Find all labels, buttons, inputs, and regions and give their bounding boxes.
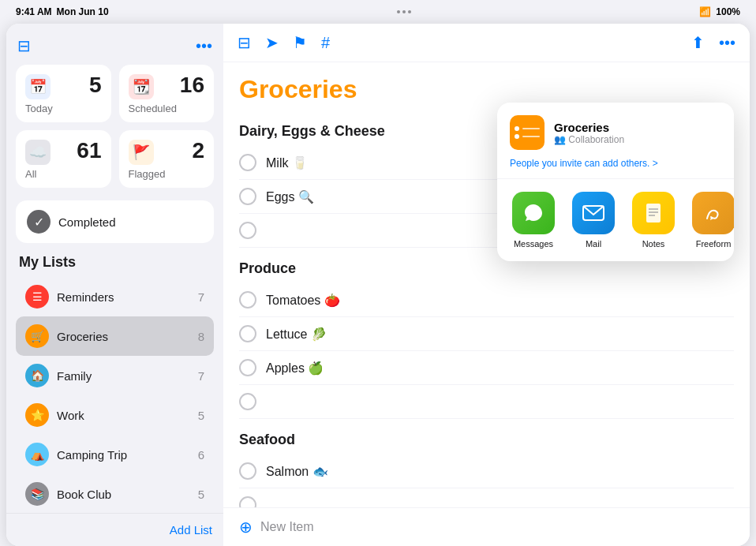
tomatoes-checkbox[interactable] (239, 291, 256, 309)
notes-label: Notes (642, 239, 665, 249)
share-icon[interactable]: ⬆ (691, 33, 705, 52)
tomatoes-text: Tomatoes 🍅 (266, 293, 340, 308)
main-toolbar: ⊟ ➤ ⚑ # ⬆ ••• (223, 24, 750, 62)
flagged-icon: 🚩 (129, 140, 154, 165)
list-item-family[interactable]: 🏠 Family 7 (16, 356, 214, 395)
groceries-count: 8 (198, 330, 204, 343)
bookclub-name: Book Club (57, 488, 190, 501)
reminders-icon: ☰ (25, 285, 49, 309)
scheduled-label: Scheduled (129, 103, 205, 114)
all-count: 61 (77, 140, 101, 162)
top-dots (397, 10, 411, 13)
smart-list-flagged[interactable]: 🚩 2 Flagged (119, 130, 215, 188)
status-bar: 9:41 AM Mon Jun 10 📶 100% (0, 0, 756, 24)
list-item-camping[interactable]: ⛺ Camping Trip 6 (16, 435, 214, 474)
dairy-empty-circle (239, 222, 256, 239)
sharing-popup: Groceries 👥 Collaboration People you inv… (497, 103, 734, 261)
sidebar-icon[interactable]: ⊟ (238, 33, 251, 52)
reminder-salmon: Salmon 🐟 (239, 454, 734, 488)
toolbar-left: ⊟ ➤ ⚑ # (238, 33, 330, 52)
sharing-header: Groceries 👥 Collaboration (497, 103, 734, 158)
smart-lists: 📅 5 Today 📆 16 Scheduled ☁️ 61 All (6, 65, 223, 200)
status-bar-right: 📶 100% (699, 6, 740, 17)
eggs-text: Eggs 🔍 (266, 189, 314, 204)
smart-list-scheduled[interactable]: 📆 16 Scheduled (119, 65, 215, 122)
notes-icon (632, 192, 675, 234)
list-item-work[interactable]: ⭐ Work 5 (16, 395, 214, 435)
share-mail[interactable]: Mail (570, 192, 617, 249)
all-label: All (25, 168, 102, 180)
list-item-reminders[interactable]: ☰ Reminders 7 (16, 277, 214, 316)
family-icon: 🏠 (25, 364, 49, 387)
salmon-checkbox[interactable] (239, 462, 256, 480)
freeform-label: Freeform (696, 239, 732, 249)
section-seafood: Seafood (239, 419, 734, 454)
today-label: Today (25, 103, 102, 114)
seafood-empty-circle (239, 496, 256, 507)
work-count: 5 (198, 409, 204, 422)
location-icon[interactable]: ➤ (265, 33, 279, 52)
messages-label: Messages (514, 239, 553, 249)
work-name: Work (57, 409, 190, 422)
salmon-text: Salmon 🐟 (266, 464, 328, 479)
flagged-label: Flagged (129, 168, 205, 180)
list-item-groceries[interactable]: 🛒 Groceries 8 (16, 316, 214, 356)
new-item-placeholder: New Item (260, 520, 314, 534)
flag-icon[interactable]: ⚑ (293, 33, 307, 52)
milk-checkbox[interactable] (239, 154, 256, 171)
completed-section: ✓ Completed (6, 200, 223, 254)
reminder-apples: Apples 🍏 (239, 351, 734, 385)
reminders-name: Reminders (57, 290, 190, 304)
wifi-icon: 📶 (699, 6, 711, 17)
reminder-produce-empty (239, 385, 734, 419)
completed-card[interactable]: ✓ Completed (16, 200, 214, 243)
battery-level: 100% (716, 6, 740, 17)
share-notes[interactable]: Notes (630, 192, 677, 249)
my-lists-title: My Lists (16, 254, 214, 271)
mail-label: Mail (586, 239, 601, 249)
today-count: 5 (89, 74, 102, 96)
smart-list-today[interactable]: 📅 5 Today (16, 65, 111, 122)
apples-text: Apples 🍏 (266, 361, 324, 376)
share-messages[interactable]: Messages (510, 192, 557, 249)
produce-empty-circle (239, 393, 256, 410)
flagged-count: 2 (192, 140, 204, 162)
groceries-name: Groceries (57, 330, 190, 343)
add-list-button[interactable]: Add List (6, 513, 223, 546)
new-item-row[interactable]: ⊕ New Item (223, 507, 750, 546)
tag-icon[interactable]: # (321, 34, 330, 52)
sidebar-header: ⊟ ••• (6, 33, 223, 65)
all-icon: ☁️ (25, 140, 51, 165)
family-name: Family (57, 369, 190, 383)
svg-rect-1 (646, 204, 661, 223)
sidebar-toggle-icon[interactable]: ⊟ (17, 36, 31, 55)
sharing-note[interactable]: People you invite can add others. > (497, 158, 734, 179)
family-count: 7 (198, 369, 204, 383)
reminder-seafood-empty (239, 488, 734, 507)
lettuce-checkbox[interactable] (239, 325, 256, 342)
sharing-apps: Messages Mail Notes (497, 179, 734, 261)
apples-checkbox[interactable] (239, 359, 256, 376)
messages-icon (512, 192, 555, 234)
groceries-icon: 🛒 (25, 324, 49, 348)
sidebar-more-icon[interactable]: ••• (196, 37, 212, 55)
share-freeform[interactable]: Freeform (690, 192, 734, 249)
eggs-checkbox[interactable] (239, 188, 256, 205)
status-time: 9:41 AM (16, 6, 52, 17)
freeform-icon (692, 192, 734, 234)
reminder-lettuce: Lettuce 🥬 (239, 317, 734, 351)
sharing-list-thumbnail (510, 115, 545, 150)
status-bar-left: 9:41 AM Mon Jun 10 (16, 6, 109, 17)
reminders-count: 7 (198, 290, 204, 304)
camping-count: 6 (198, 448, 204, 462)
more-icon[interactable]: ••• (719, 34, 735, 52)
scheduled-icon: 📆 (129, 74, 154, 99)
smart-list-all[interactable]: ☁️ 61 All (16, 130, 111, 188)
work-icon: ⭐ (25, 403, 49, 427)
camping-icon: ⛺ (25, 443, 49, 466)
list-item-bookclub[interactable]: 📚 Book Club 5 (16, 474, 214, 507)
sharing-list-name: Groceries (554, 121, 721, 134)
today-icon: 📅 (25, 74, 51, 99)
sharing-collab: 👥 Collaboration (554, 134, 721, 145)
my-lists-section: My Lists ☰ Reminders 7 🛒 Groceries 8 (6, 254, 223, 507)
